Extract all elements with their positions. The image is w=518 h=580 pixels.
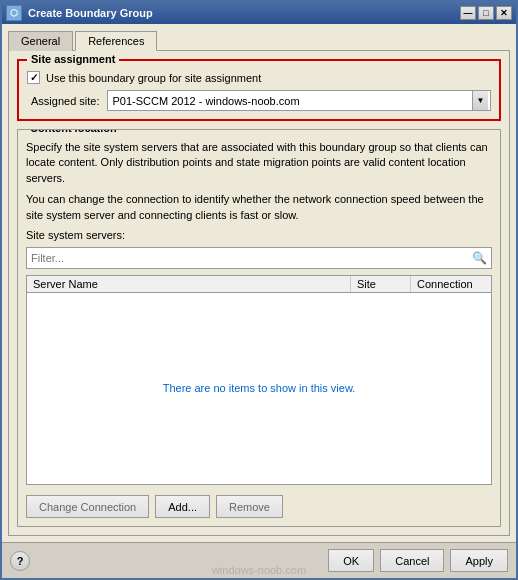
checkbox-label: Use this boundary group for site assignm… [46, 72, 261, 84]
content-location-label: Content location [26, 129, 121, 134]
filter-box: 🔍 [26, 247, 492, 269]
site-assignment-content: Use this boundary group for site assignm… [27, 67, 491, 111]
servers-table: Server Name Site Connection There are no… [26, 275, 492, 485]
dropdown-arrow-icon: ▼ [472, 91, 488, 110]
checkbox-row: Use this boundary group for site assignm… [27, 71, 491, 84]
col-server-name: Server Name [27, 276, 351, 292]
apply-button[interactable]: Apply [450, 549, 508, 572]
tabs-container: General References [2, 24, 516, 50]
tab-general[interactable]: General [8, 31, 73, 51]
dropdown-value: P01-SCCM 2012 - windows-noob.com [112, 95, 299, 107]
tab-content-references: Site assignment Use this boundary group … [8, 50, 510, 536]
title-bar-text: ⬡ Create Boundary Group [6, 5, 153, 21]
content-location-group: Content location Specify the site system… [17, 129, 501, 527]
minimize-button[interactable]: — [460, 6, 476, 20]
change-connection-button[interactable]: Change Connection [26, 495, 149, 518]
description1: Specify the site system servers that are… [26, 140, 492, 186]
site-system-servers-label: Site system servers: [26, 229, 492, 241]
search-icon: 🔍 [472, 251, 487, 265]
content-location-content: Specify the site system servers that are… [26, 136, 492, 518]
maximize-button[interactable]: □ [478, 6, 494, 20]
bottom-bar: ? OK Cancel Apply [2, 542, 516, 578]
title-bar: ⬡ Create Boundary Group — □ ✕ [2, 2, 516, 24]
content-location-buttons: Change Connection Add... Remove [26, 491, 492, 518]
dialog-icon: ⬡ [6, 5, 22, 21]
tab-references[interactable]: References [75, 31, 157, 51]
close-button[interactable]: ✕ [496, 6, 512, 20]
help-button[interactable]: ? [10, 551, 30, 571]
dialog-title: Create Boundary Group [28, 7, 153, 19]
assigned-site-label: Assigned site: [31, 95, 99, 107]
col-connection: Connection [411, 276, 491, 292]
assigned-site-row: Assigned site: P01-SCCM 2012 - windows-n… [27, 90, 491, 111]
remove-button[interactable]: Remove [216, 495, 283, 518]
bottom-left: ? [10, 551, 30, 571]
description2: You can change the connection to identif… [26, 192, 492, 223]
bottom-right: OK Cancel Apply [328, 549, 508, 572]
site-assignment-group: Site assignment Use this boundary group … [17, 59, 501, 121]
title-bar-controls: — □ ✕ [460, 6, 512, 20]
assigned-site-dropdown[interactable]: P01-SCCM 2012 - windows-noob.com ▼ [107, 90, 491, 111]
site-assignment-label: Site assignment [27, 53, 119, 65]
table-header: Server Name Site Connection [27, 276, 491, 293]
table-body: There are no items to show in this view. [27, 293, 491, 484]
empty-table-message: There are no items to show in this view. [163, 382, 356, 394]
col-site: Site [351, 276, 411, 292]
ok-button[interactable]: OK [328, 549, 374, 572]
add-button[interactable]: Add... [155, 495, 210, 518]
filter-input[interactable] [31, 252, 468, 264]
cancel-button[interactable]: Cancel [380, 549, 444, 572]
dialog-window: ⬡ Create Boundary Group — □ ✕ General Re… [0, 0, 518, 580]
use-boundary-checkbox[interactable] [27, 71, 40, 84]
